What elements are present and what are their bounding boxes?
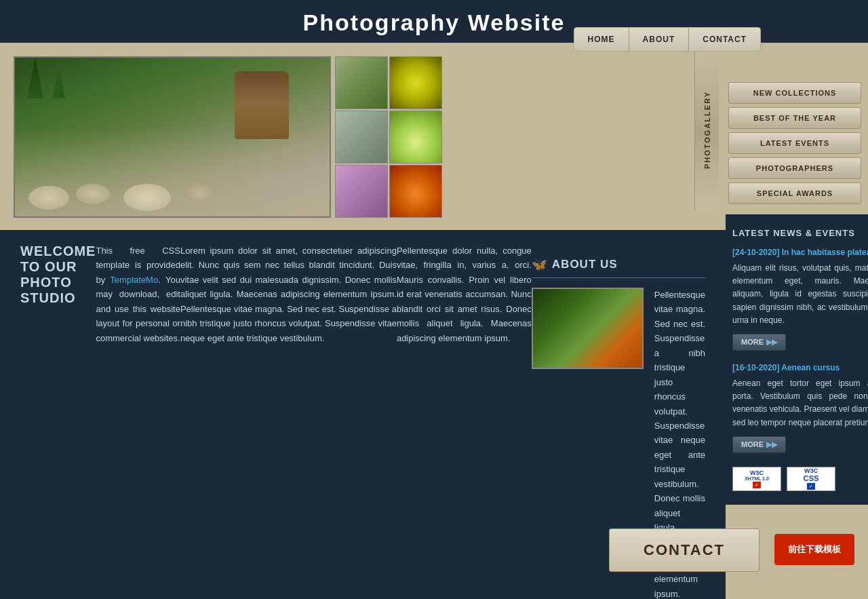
about-heading: ABOUT US [552,258,618,271]
news-1-more-btn[interactable]: MORE ▶▶ [732,334,786,351]
news-heading: LATEST NEWS & EVENTS [732,228,868,238]
main-heading: WELCOME TO OUR PHOTO STUDIO [20,244,96,599]
top-navigation: HOME ABOUT CONTACT [574,27,761,52]
news-1-title[interactable]: [24-10-2020] In hac habitasse platea [732,248,868,257]
sidebar-btn-new-collections[interactable]: NEW COLLECTIONS [728,82,861,104]
news-2-text: Aenean eget tortor eget ipsum aliquet po… [732,377,868,429]
more-arrows-1: ▶▶ [766,338,777,347]
news-2-title[interactable]: [16-10-2020] Aenean cursus [732,363,868,372]
photogallery-tab[interactable]: PHOTOGALLERY [694,50,719,211]
body-para2: Lorem ipsum dolor sit amet, consectetuer… [180,244,397,599]
news-item-2: [16-10-2020] Aenean cursus Aenean eget t… [732,363,868,453]
thumb-5[interactable] [335,165,388,218]
thumb-6[interactable] [389,165,442,218]
thumb-1[interactable] [335,56,388,109]
sidebar-btn-best-of-year[interactable]: BEST OF THE YEAR [728,107,861,129]
body-para3: Pellentesque dolor nulla, congue vitae, … [397,244,532,599]
news-2-more-btn[interactable]: MORE ▶▶ [732,436,786,453]
nav-about[interactable]: ABOUT [629,28,690,51]
news-1-text: Aliquam elit risus, volutpat quis, matti… [732,262,868,327]
download-button[interactable]: 前往下载模板 [774,534,854,565]
thumb-4[interactable] [389,111,442,163]
about-para1: Pellentesque vitae magna. Sed nec est. S… [654,288,705,535]
more-arrows-2: ▶▶ [766,440,777,449]
sidebar-btn-special-awards[interactable]: SPECIAL AWARDS [728,182,861,204]
sidebar-btn-photographers[interactable]: PHOTOGRAPHERS [728,157,861,179]
news-item-1: [24-10-2020] In hac habitasse platea Ali… [732,248,868,351]
w3c-css-badge: W3C CSS ✓ [787,467,835,491]
nav-contact[interactable]: CONTACT [689,28,760,51]
w3c-badges: W3C XHTML 1.0 ✓ W3C CSS ✓ [732,467,868,491]
contact-banner[interactable]: CONTACT [609,528,760,572]
templatemo-link[interactable]: TemplateMo [110,275,158,285]
w3c-xhtml-badge: W3C XHTML 1.0 ✓ [732,467,781,491]
thumb-2[interactable] [389,56,442,109]
about-image [532,288,644,369]
main-photo [14,56,331,218]
intro-para: This free CSS template is provided by Te… [96,244,180,599]
thumb-3[interactable] [335,111,388,163]
butterfly-icon: 🦋 [532,257,547,272]
nav-home[interactable]: HOME [574,28,629,51]
sidebar-btn-latest-events[interactable]: LATEST EVENTS [728,132,861,154]
photogallery-label: PHOTOGALLERY [703,91,711,169]
